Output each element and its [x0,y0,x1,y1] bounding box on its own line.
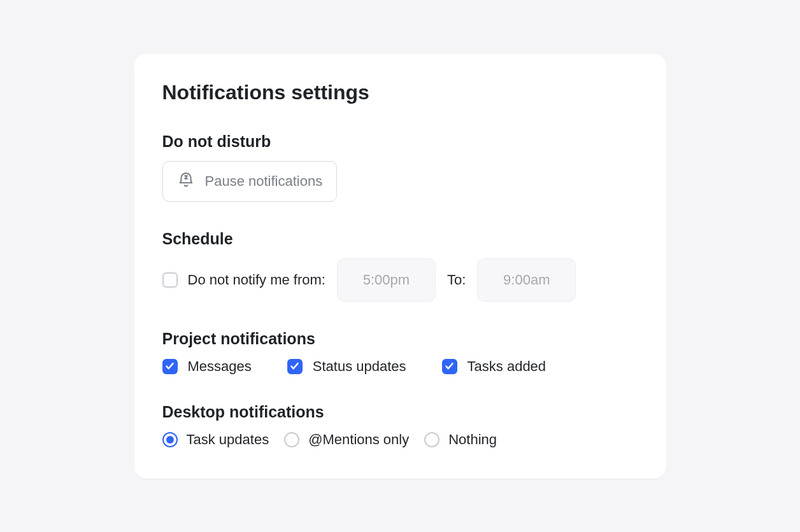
project-options-row: Messages Status updates Tasks added [162,358,638,375]
schedule-to-label: To: [447,272,466,288]
notifications-settings-card: Notifications settings Do not disturb Pa… [134,54,666,479]
task-updates-label: Task updates [187,431,269,448]
tasks-added-checkbox[interactable] [442,359,457,374]
section-project-notifications: Project notifications Messages Status up… [162,330,638,375]
pause-notifications-button[interactable]: Pause notifications [162,161,338,202]
dnd-heading: Do not disturb [162,132,638,151]
status-updates-label: Status updates [313,358,406,375]
page-title: Notifications settings [162,81,638,104]
desktop-heading: Desktop notifications [162,403,638,421]
desktop-options-row: Task updates @Mentions only Nothing [162,431,638,448]
desktop-option-task-updates[interactable]: Task updates [162,431,269,448]
bell-snooze-icon [177,171,195,192]
project-heading: Project notifications [162,330,638,348]
task-updates-radio[interactable] [162,432,178,447]
schedule-from-time-input[interactable] [337,258,436,302]
project-option-status-updates[interactable]: Status updates [287,358,406,375]
schedule-row: Do not notify me from: To: [162,258,638,302]
mentions-only-label: @Mentions only [308,431,409,448]
schedule-checkbox-label[interactable]: Do not notify me from: [162,272,325,288]
messages-label: Messages [188,358,252,375]
pause-button-label: Pause notifications [205,173,323,190]
mentions-only-radio[interactable] [284,432,299,447]
desktop-option-mentions-only[interactable]: @Mentions only [284,431,409,448]
messages-checkbox[interactable] [162,359,178,374]
tasks-added-label: Tasks added [468,358,546,375]
schedule-to-time-input[interactable] [477,258,576,302]
nothing-radio[interactable] [424,432,439,447]
schedule-heading: Schedule [162,230,638,248]
nothing-label: Nothing [448,431,497,448]
project-option-tasks-added[interactable]: Tasks added [442,358,546,375]
schedule-checkbox[interactable] [162,272,178,288]
desktop-option-nothing[interactable]: Nothing [424,431,497,448]
project-option-messages[interactable]: Messages [162,358,252,375]
status-updates-checkbox[interactable] [287,359,303,374]
section-desktop-notifications: Desktop notifications Task updates @Ment… [162,403,638,448]
schedule-checkbox-text: Do not notify me from: [188,272,325,288]
section-do-not-disturb: Do not disturb Pause notifications [162,132,638,202]
section-schedule: Schedule Do not notify me from: To: [162,230,638,302]
